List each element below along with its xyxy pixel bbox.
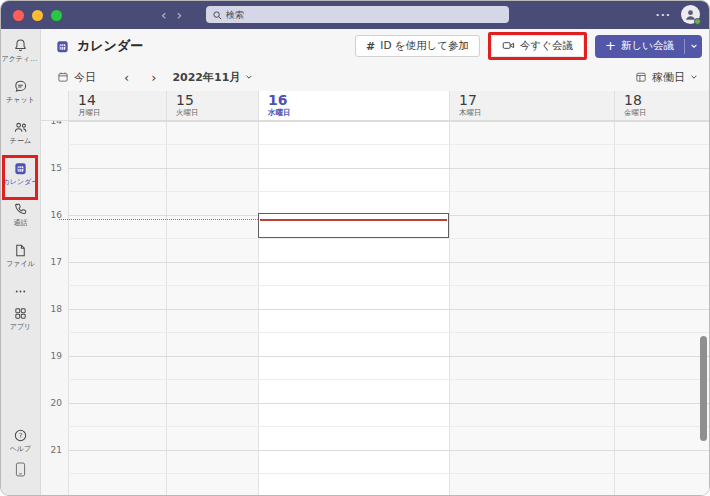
- chevron-down-icon: [245, 73, 253, 81]
- sidebar-item-label: アプリ: [10, 322, 32, 332]
- minimize-window-button[interactable]: [32, 10, 43, 21]
- meet-now-button[interactable]: 今すぐ会議: [491, 35, 584, 57]
- day-header-16[interactable]: 16水曜日: [258, 91, 449, 120]
- camera-icon: [502, 39, 515, 54]
- page-title: カレンダー: [77, 37, 143, 55]
- weekday-label: 木曜日: [459, 108, 614, 118]
- period-selector[interactable]: 2022年11月: [172, 70, 253, 85]
- sidebar-item-help[interactable]: ?ヘルプ: [10, 425, 32, 459]
- calendar-toolbar: 今日 ‹ › 2022年11月 稼働日: [41, 63, 710, 91]
- time-gutter: 1415161718192021: [41, 121, 68, 496]
- search-icon: [213, 5, 222, 24]
- close-window-button[interactable]: [13, 10, 24, 21]
- day-header-18[interactable]: 18金曜日: [614, 91, 710, 120]
- hour-label-15: 15: [51, 163, 62, 173]
- calendar-icon: [55, 39, 70, 54]
- more-options-button[interactable]: ···: [655, 9, 671, 22]
- phone-icon: [13, 202, 28, 217]
- hash-icon: #: [366, 40, 375, 53]
- day-header-row: 14月曜日15火曜日16水曜日17木曜日18金曜日: [41, 91, 710, 121]
- hour-label-19: 19: [51, 351, 62, 361]
- help-icon: ?: [13, 428, 28, 443]
- sidebar-item-calls[interactable]: 通話: [1, 199, 40, 240]
- hour-label-20: 20: [51, 398, 62, 408]
- day-column-16[interactable]: [258, 121, 449, 496]
- weekday-label: 水曜日: [268, 108, 449, 118]
- date-label: 14: [78, 93, 166, 108]
- hour-label-14: 14: [51, 121, 62, 126]
- sidebar-item-label: チャット: [6, 95, 35, 105]
- calendar-outline-icon: [57, 71, 69, 83]
- time-slot-selection[interactable]: [258, 213, 449, 238]
- scrollbar-thumb[interactable]: [700, 336, 707, 441]
- zoom-window-button[interactable]: [51, 10, 62, 21]
- date-label: 15: [176, 93, 258, 108]
- titlebar: ‹ › ···: [1, 1, 709, 29]
- weekday-label: 火曜日: [176, 108, 258, 118]
- day-header-15[interactable]: 15火曜日: [166, 91, 258, 120]
- search-input[interactable]: [226, 10, 486, 20]
- sidebar-item-more[interactable]: [1, 281, 40, 303]
- sidebar-item-label: アクティビティ: [2, 54, 40, 64]
- weekday-label: 月曜日: [78, 108, 166, 118]
- people-icon: [13, 120, 28, 135]
- date-label: 17: [459, 93, 614, 108]
- hour-label-21: 21: [51, 445, 62, 455]
- apps-icon: [13, 306, 28, 321]
- sidebar-item-activity[interactable]: アクティビティ: [1, 35, 40, 76]
- prev-week-button[interactable]: ‹: [124, 71, 129, 84]
- nav-back-button[interactable]: ‹: [161, 8, 167, 22]
- join-with-id-button[interactable]: # ID を使用して参加: [355, 35, 480, 57]
- sidebar-item-label: ヘルプ: [10, 444, 32, 454]
- svg-text:?: ?: [19, 431, 23, 440]
- mobile-icon: [13, 462, 28, 477]
- weekday-label: 金曜日: [624, 108, 710, 118]
- new-meeting-dropdown-button[interactable]: [685, 35, 702, 58]
- sidebar-item-mobile[interactable]: [13, 459, 28, 493]
- chevron-down-icon: [690, 73, 698, 81]
- hour-label-17: 17: [51, 257, 62, 267]
- current-time-line-dotted: [59, 219, 258, 220]
- workweek-icon: [635, 71, 647, 83]
- sidebar-item-teams[interactable]: チーム: [1, 117, 40, 158]
- date-label: 16: [268, 93, 449, 108]
- sidebar-item-files[interactable]: ファイル: [1, 240, 40, 281]
- next-week-button[interactable]: ›: [151, 71, 156, 84]
- chevron-down-icon: [690, 42, 698, 50]
- day-header-17[interactable]: 17木曜日: [449, 91, 614, 120]
- annotation-box-calendar: [2, 155, 38, 200]
- day-column-17[interactable]: [449, 121, 614, 496]
- file-icon: [13, 243, 28, 258]
- sidebar-item-calendar[interactable]: カレンダー: [1, 158, 40, 199]
- page-header: カレンダー # ID を使用して参加 今すぐ会議: [41, 29, 710, 63]
- search-bar[interactable]: [206, 6, 509, 23]
- dots-icon: [13, 284, 28, 299]
- current-time-line: [260, 219, 447, 221]
- presence-indicator: [694, 18, 701, 25]
- plus-icon: +: [605, 39, 616, 52]
- day-column-18[interactable]: [614, 121, 710, 496]
- sidebar-item-label: チーム: [10, 136, 31, 146]
- sidebar-item-label: ファイル: [6, 259, 35, 269]
- app-sidebar: アクティビティチャットチームカレンダー通話ファイルアプリ ?ヘルプ: [1, 29, 41, 496]
- new-meeting-button[interactable]: + 新しい会議: [595, 35, 684, 58]
- date-label: 18: [624, 93, 710, 108]
- teams-window: ‹ › ··· アクティビティチャットチームカレンダー通話ファイルアプリ ?ヘル…: [0, 0, 710, 496]
- sidebar-item-label: 通話: [14, 218, 28, 228]
- avatar[interactable]: [681, 5, 700, 24]
- day-column-15[interactable]: [166, 121, 258, 496]
- day-column-14[interactable]: [68, 121, 166, 496]
- today-button[interactable]: 今日: [57, 70, 96, 85]
- calendar-page: カレンダー # ID を使用して参加 今すぐ会議: [41, 29, 710, 496]
- nav-forward-button[interactable]: ›: [177, 8, 183, 22]
- view-selector[interactable]: 稼働日: [635, 70, 698, 85]
- chat-icon: [13, 79, 28, 94]
- hour-label-18: 18: [51, 304, 62, 314]
- annotation-box-meet-now: 今すぐ会議: [488, 32, 587, 60]
- bell-icon: [13, 38, 28, 53]
- sidebar-item-chat[interactable]: チャット: [1, 76, 40, 117]
- sidebar-item-apps[interactable]: アプリ: [1, 303, 40, 344]
- day-header-14[interactable]: 14月曜日: [68, 91, 166, 120]
- calendar-grid: 1415161718192021: [41, 121, 710, 496]
